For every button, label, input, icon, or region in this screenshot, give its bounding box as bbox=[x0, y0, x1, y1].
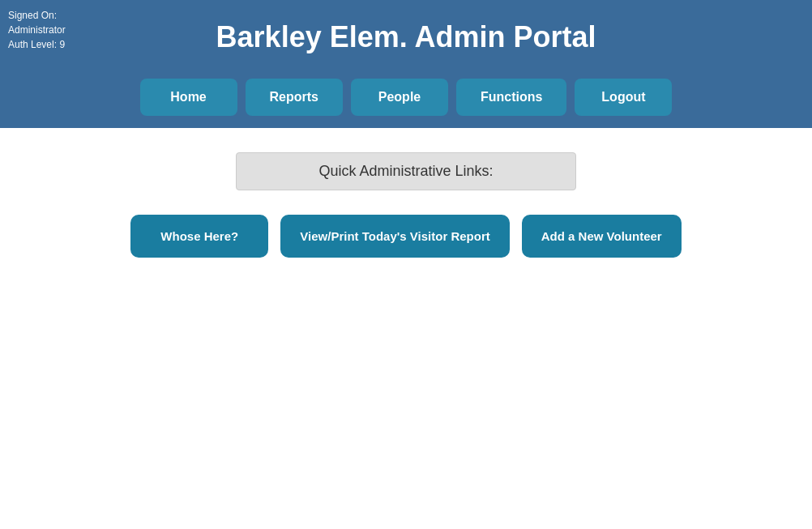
quick-links-bar: Quick Administrative Links: bbox=[236, 152, 576, 190]
portal-title: Barkley Elem. Admin Portal bbox=[16, 12, 796, 66]
header: Signed On: Administrator Auth Level: 9 B… bbox=[0, 0, 812, 128]
nav-bar: Home Reports People Functions Logout bbox=[16, 66, 796, 128]
main-content: Quick Administrative Links: Whose Here? … bbox=[0, 128, 812, 282]
functions-nav-button[interactable]: Functions bbox=[456, 79, 566, 116]
home-nav-button[interactable]: Home bbox=[140, 79, 237, 116]
people-nav-button[interactable]: People bbox=[351, 79, 448, 116]
reports-nav-button[interactable]: Reports bbox=[246, 79, 343, 116]
logout-nav-button[interactable]: Logout bbox=[575, 79, 672, 116]
user-name: Administrator bbox=[8, 24, 66, 36]
visitor-report-button[interactable]: View/Print Today's Visitor Report bbox=[280, 215, 509, 258]
action-buttons: Whose Here? View/Print Today's Visitor R… bbox=[130, 215, 681, 258]
signed-on-info: Signed On: Administrator Auth Level: 9 bbox=[8, 8, 66, 52]
whose-here-button[interactable]: Whose Here? bbox=[130, 215, 268, 258]
auth-level: Auth Level: 9 bbox=[8, 39, 65, 50]
signed-on-label: Signed On: bbox=[8, 10, 57, 21]
add-volunteer-button[interactable]: Add a New Volunteer bbox=[522, 215, 682, 258]
